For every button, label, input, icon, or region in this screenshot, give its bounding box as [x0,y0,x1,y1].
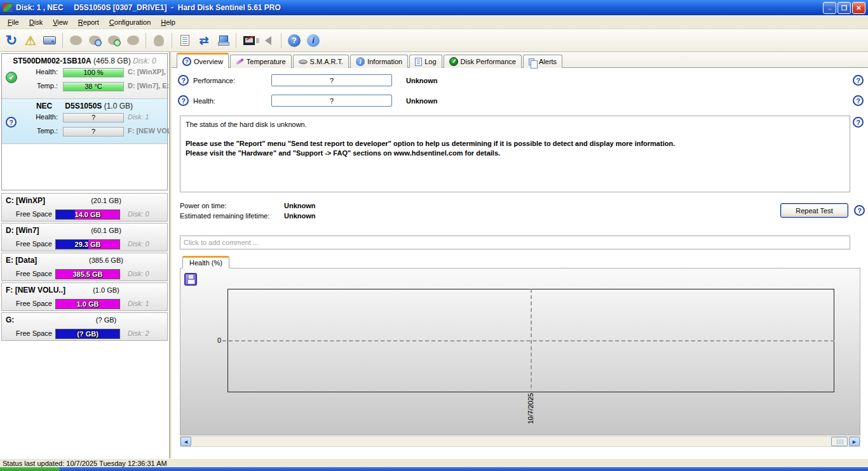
disk-action-disabled-icon [67,32,85,50]
partition-size: (20.1 GB) [71,197,142,204]
chart-y-tick: 0 [212,336,221,344]
status-help-icon[interactable] [853,117,864,128]
tab-alerts[interactable]: Alerts [523,55,562,68]
disk-back-disabled-icon [124,32,142,50]
repeat-test-button[interactable]: Repeat Test [780,203,848,218]
main-content: Overview Temperature S.M.A.R.T. Informat… [172,52,868,458]
menu-disk[interactable]: Disk [24,17,48,27]
tab-overview[interactable]: Overview [177,53,229,68]
menu-configuration[interactable]: Configuration [104,17,156,27]
power-on-time-label: Power on time: [180,202,226,209]
performance-value-field[interactable] [271,74,392,86]
overview-icon [182,57,191,66]
partition-row-e[interactable]: E: [Data] (385.6 GB) Free Space 385.5 GB… [1,253,168,281]
disk0-temp-label: Temp.: [21,82,58,90]
sync-icon[interactable]: ⇄ [195,32,213,50]
toolbar: ↻ ⚠ ⇄ ? i [0,29,868,52]
scrollbar-thumb[interactable] [831,437,848,446]
report-icon[interactable] [176,32,194,50]
thermometer-icon [236,58,244,65]
disk0-health-label: Health: [21,68,58,76]
comment-input[interactable] [180,236,850,249]
menu-bar: File Disk View Report Configuration Help [0,15,868,29]
refresh-icon[interactable]: ↻ [3,32,20,50]
free-space-label: Free Space [16,329,52,337]
partition-row-c[interactable]: C: [WinXP] (20.1 GB) Free Space 14.0 GB … [1,193,168,222]
performance-help-icon[interactable] [178,75,189,86]
chart-horizontal-scrollbar[interactable]: ◄ ► [180,436,860,447]
menu-file[interactable]: File [3,17,24,27]
free-space-label: Free Space [16,240,52,248]
disk1-temp-bar: ? [63,127,124,136]
health-label: Health: [193,97,215,105]
sidebar: ST500DM002-1SB10A (465.8 GB) Disk: 0 ✔ H… [0,52,170,458]
detect-disks-icon[interactable] [41,32,58,50]
disk0-partitions-1: C: [WinXP], [128,68,170,76]
partition-row-g[interactable]: G: (? GB) Free Space (? GB) Disk: 2 [1,312,168,341]
disk0-health-bar: 100 % [63,68,124,77]
health-status: Unknown [406,97,438,105]
restore-button[interactable] [837,2,851,14]
network-icon[interactable] [214,32,232,50]
chart-gridline-horizontal [222,340,834,342]
scroll-right-arrow-icon[interactable]: ► [849,437,860,446]
disk1-model: NEC D5S1050S [36,102,102,110]
status-line-3: Please visit the "Hardware" and "Support… [186,149,844,158]
sound-icon[interactable] [259,32,277,50]
menu-view[interactable]: View [48,17,73,27]
disk1-health-bar: ? [63,113,124,123]
status-bar-text: Status last updated: 10/7/2025 Tuesday 1… [3,460,167,467]
disk1-temp-label: Temp.: [21,127,58,135]
toolbar-separator [172,33,172,48]
health-value-field[interactable] [271,95,392,107]
performance-help-icon-right[interactable] [853,75,864,86]
status-line-1: The status of the hard disk is unknown. [186,120,844,129]
disk-clock-icon[interactable] [86,32,104,50]
remaining-lifetime-value: Unknown [284,212,316,220]
free-space-label: Free Space [16,300,52,307]
disk-item-0[interactable]: ST500DM002-1SB10A (465.8 GB) Disk: 0 ✔ H… [2,54,167,99]
disk-test-icon[interactable] [240,32,258,50]
repeat-test-help-icon[interactable] [854,205,865,216]
tab-information[interactable]: Information [350,55,408,68]
health-help-icon[interactable] [178,95,189,106]
partition-row-d[interactable]: D: [Win7] (60.1 GB) Free Space 29.3 GB D… [1,223,168,251]
save-chart-icon[interactable] [184,273,197,286]
warning-report-icon[interactable]: ⚠ [22,32,39,50]
health-chart-tab[interactable]: Health (%) [182,256,229,269]
tab-disk-performance[interactable]: Disk Performance [444,55,522,68]
scroll-left-arrow-icon[interactable]: ◄ [180,437,191,446]
disk1-health-label: Health: [21,113,58,121]
title-bar: Disk: 1 , NEC D5S1050S [0307_DRIVE1] - H… [0,0,868,15]
partition-size: (60.1 GB) [71,227,142,234]
disk-item-1-selected[interactable]: NEC D5S1050S (1.0 GB) ? Health: ? Disk: … [2,99,167,144]
partition-disk: Disk: 0 [128,210,149,218]
toolbar-separator [62,33,63,48]
partition-disk: Disk: 2 [128,329,149,337]
remaining-lifetime-label: Estimated remaining lifetime: [180,212,269,220]
free-space-label: Free Space [16,210,52,218]
health-chart-panel: 0 10/7/2025 [180,268,860,435]
status-line-2: Please use the "Report" menu "Send test … [186,139,844,149]
menu-help[interactable]: Help [156,17,180,27]
minimize-button[interactable] [823,2,836,14]
partition-size: (? GB) [71,316,142,324]
disk0-partitions-2: D: [Win7], E: [ [128,82,170,90]
tab-temperature[interactable]: Temperature [230,55,292,68]
help-icon[interactable]: ? [285,32,303,50]
disk-check-icon[interactable] [105,32,123,50]
partition-name: C: [WinXP] [6,196,45,205]
close-button[interactable] [852,2,865,14]
performance-label: Performance: [193,77,235,84]
partition-size: (385.6 GB) [71,256,142,264]
menu-report[interactable]: Report [73,17,104,27]
information-icon[interactable]: i [304,32,322,50]
tab-log[interactable]: Log [409,55,442,68]
log-page-icon [415,58,422,66]
taskbar-sliver [0,467,868,471]
health-help-icon-right[interactable] [853,95,864,106]
tab-smart[interactable]: S.M.A.R.T. [293,55,349,68]
partition-row-f[interactable]: F: [NEW VOLU..] (1.0 GB) Free Space 1.0 … [1,282,168,311]
free-space-bar: 385.5 GB [55,269,120,279]
start-button-sliver[interactable] [0,467,60,471]
